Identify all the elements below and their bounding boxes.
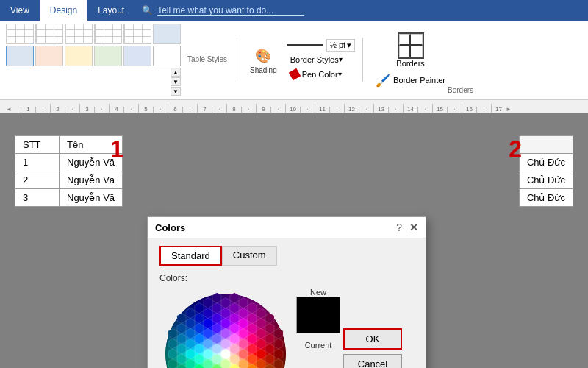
ruler-marks: ◄ 1 · 2 · 3 · 4 · 5 · 6 · 7 · 8 · 9 · 10… (6, 100, 512, 113)
borders-label: Borders (396, 59, 425, 68)
table-styles-label: Table Styles (185, 55, 229, 65)
colors-dialog: Colors ? ✕ Standard Custom Colors: OK Ca… (147, 216, 426, 368)
tab-view[interactable]: View (0, 0, 40, 21)
border-painter-icon: 🖌️ (376, 74, 390, 88)
borders-icon (398, 32, 424, 59)
right-header-empty (519, 136, 573, 154)
ruler-2: 2 (50, 104, 65, 113)
dialog-titlebar: Colors ? ✕ (148, 217, 426, 238)
table-row: 1 Nguyễn Vă (15, 154, 123, 171)
ruler-17: 17 (491, 104, 506, 113)
dialog-close-button[interactable]: ✕ (409, 222, 418, 233)
ruler-6: 6 (168, 104, 182, 113)
ruler-15: 15 (432, 104, 447, 113)
ruler: ◄ 1 · 2 · 3 · 4 · 5 · 6 · 7 · 8 · 9 · 10… (0, 100, 588, 113)
ruler-7: 7 (197, 104, 212, 113)
tab-standard[interactable]: Standard (159, 246, 222, 266)
table-cell-3-1: Nguyễn Vă (60, 189, 123, 207)
table-style-9[interactable] (65, 46, 93, 66)
table-row: Chủ Đức (519, 171, 573, 189)
ruler-14: 14 (403, 104, 417, 113)
table-cell-2-1: Nguyễn Vă (60, 171, 123, 189)
pen-color-button[interactable]: Pen Color ▾ (287, 68, 345, 81)
table-header-row: STT Tên (15, 136, 123, 154)
shading-label: Shading (250, 66, 277, 74)
search-input[interactable] (157, 5, 304, 16)
border-styles-arrow-icon: ▾ (339, 55, 343, 63)
pt-dropdown[interactable]: ½ pt ▾ (326, 39, 355, 52)
ruler-14b: · (417, 107, 432, 113)
table-style-12[interactable] (153, 46, 181, 66)
shading-button[interactable]: 🎨 Shading (245, 43, 282, 77)
ruler-1: 1 (21, 107, 35, 113)
table-style-5[interactable] (123, 24, 151, 44)
new-color-box (296, 297, 340, 333)
style-scroll: ▲ ▼ ▼ (171, 68, 181, 96)
ruler-15b: · (447, 107, 462, 113)
tab-layout[interactable]: Layout (87, 0, 135, 21)
dialog-tabs: Standard Custom (159, 246, 414, 266)
ruler-7b: · (212, 107, 226, 113)
style-scroll-down[interactable]: ▼ (171, 77, 181, 86)
current-label: Current (305, 341, 332, 350)
borders-group-label: Borders (448, 86, 473, 96)
ruler-12: 12 (344, 104, 359, 113)
border-styles-label: Border Styles (290, 55, 339, 64)
table-row: Chủ Đức (519, 154, 573, 171)
dialog-title: Colors (155, 222, 185, 233)
ruler-origin: ◄ (6, 106, 21, 113)
dialog-help-button[interactable]: ? (396, 222, 402, 233)
style-scroll-more[interactable]: ▼ (171, 87, 181, 96)
pen-color-arrow-icon: ▾ (338, 70, 342, 78)
ruler-8: 8 (226, 104, 241, 113)
ribbon-body: ▲ ▼ ▼ Table Styles 🎨 Shading ½ pt ▾ (0, 21, 588, 99)
table-style-10[interactable] (94, 46, 122, 66)
table-row: Chủ Đức (519, 189, 573, 207)
table-style-8[interactable] (35, 46, 63, 66)
table-style-3[interactable] (65, 24, 93, 44)
ruler-13b: · (388, 107, 403, 113)
table-style-6[interactable] (153, 24, 181, 44)
borders-button[interactable]: Borders (391, 30, 430, 70)
table-style-11[interactable] (123, 46, 151, 66)
table-cell-3-0: 3 (15, 189, 60, 207)
table-style-4[interactable] (94, 24, 122, 44)
marker-1: 1 (110, 135, 123, 163)
style-scroll-up[interactable]: ▲ (171, 68, 181, 77)
shading-icon: 🎨 (253, 46, 273, 66)
ruler-2b: · (65, 107, 79, 113)
ruler-11: 11 (315, 104, 329, 113)
border-line-preview (287, 44, 323, 46)
tab-custom[interactable]: Custom (222, 246, 277, 266)
ruler-9b: · (270, 107, 285, 113)
cancel-button[interactable]: Cancel (343, 354, 402, 368)
border-options-group: ½ pt ▾ Border Styles ▾ Pen Color ▾ (287, 39, 355, 81)
ok-button[interactable]: OK (343, 328, 402, 350)
table-style-7[interactable] (6, 46, 34, 66)
border-styles-button[interactable]: Border Styles ▾ (287, 53, 346, 66)
right-table-header (519, 136, 573, 154)
ruler-16b: · (476, 107, 491, 113)
ruler-10b: · (300, 107, 315, 113)
color-wheel-canvas[interactable] (159, 288, 292, 368)
table-style-1[interactable] (6, 24, 34, 44)
tab-design[interactable]: Design (40, 0, 87, 21)
pt-value: ½ pt (330, 40, 345, 49)
table-styles-area: ▲ ▼ ▼ (6, 24, 181, 96)
new-label: New (310, 288, 326, 297)
border-painter-label: Border Painter (393, 76, 445, 85)
right-cell-2: Chủ Đức (519, 189, 573, 207)
document-area: 1 2 STT Tên 1 Nguyễn Vă 2 Nguyễn Vă 3 Ng… (0, 113, 588, 368)
ribbon-search-area: 🔍 (135, 0, 588, 21)
table-style-2[interactable] (35, 24, 63, 44)
ruler-3b: · (94, 107, 109, 113)
pen-color-row: Pen Color ▾ (287, 68, 355, 81)
search-icon: 🔍 (142, 5, 153, 15)
ruler-5: 5 (138, 104, 153, 113)
dialog-body: Standard Custom Colors: OK Cancel New Cu… (148, 238, 426, 368)
pen-icon (289, 68, 301, 79)
table-row: 3 Nguyễn Vă (15, 189, 123, 207)
border-painter-button[interactable]: 🖌️ Border Painter (370, 71, 451, 90)
table-row: 2 Nguyễn Vă (15, 171, 123, 189)
ruler-12b: · (359, 107, 373, 113)
